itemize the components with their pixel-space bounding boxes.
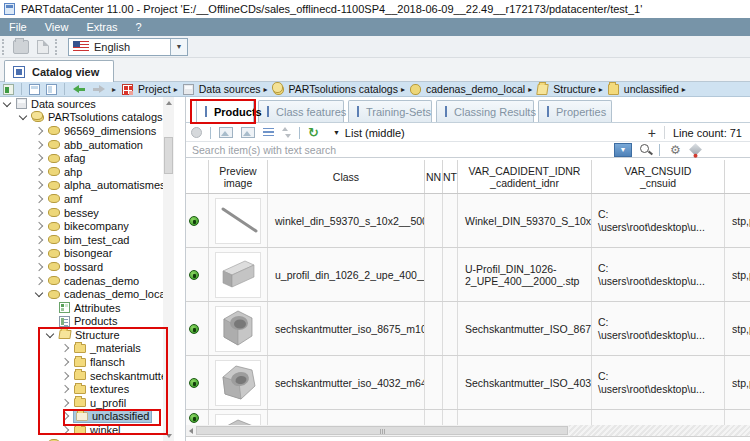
chevron-down-icon[interactable] xyxy=(46,330,54,338)
chevron-right-icon[interactable] xyxy=(35,195,43,203)
table-row[interactable]: winkel_din_59370_s_10x2__500_.stp.prj Wi… xyxy=(186,194,750,248)
tab-products[interactable]: Products xyxy=(196,99,254,123)
column-header-cnsuid[interactable]: VAR_CNSUID_cnsuid xyxy=(592,160,725,193)
chevron-right-icon[interactable] xyxy=(61,344,69,352)
table-horizontal-scrollbar[interactable] xyxy=(186,425,750,436)
chevron-down-icon[interactable] xyxy=(19,112,27,120)
export-image-icon[interactable] xyxy=(219,127,233,138)
column-header-nn[interactable]: NN xyxy=(425,160,443,193)
breadcrumb-item-unclassified[interactable]: unclassified▸ xyxy=(605,83,688,95)
menu-view[interactable]: View xyxy=(36,18,78,36)
chevron-right-icon[interactable] xyxy=(35,222,43,230)
chevron-right-icon[interactable] xyxy=(35,249,43,257)
chevron-down-icon[interactable] xyxy=(35,289,43,297)
tree-item-materials[interactable]: _materials xyxy=(0,342,163,356)
open-project-icon[interactable] xyxy=(13,40,29,54)
search-dropdown-button[interactable]: ▼ xyxy=(614,143,632,157)
table-row[interactable]: u_profil_din_1026_2_upe_400__2000_.stp.p… xyxy=(186,248,750,302)
tree-item-afag[interactable]: afag xyxy=(0,151,163,165)
chevron-right-icon[interactable] xyxy=(61,358,69,366)
tree-scrollbar-thumb[interactable] xyxy=(164,137,173,174)
chevron-right-icon[interactable] xyxy=(35,140,43,148)
chevron-right-icon[interactable] xyxy=(35,181,43,189)
scroll-down-icon[interactable] xyxy=(163,430,174,441)
breadcrumb-item-project[interactable]: Project▸ xyxy=(119,83,180,95)
tab-training-sets[interactable]: Training-Sets xyxy=(348,100,432,122)
chevron-right-icon[interactable] xyxy=(35,168,43,176)
tree-item-bim-test-cad[interactable]: bim_test_cad xyxy=(0,233,163,247)
refresh-icon[interactable]: ↻ xyxy=(308,127,319,138)
chevron-right-icon[interactable] xyxy=(61,371,69,379)
tree-item-bossard[interactable]: bossard xyxy=(0,260,163,274)
tree-item-cadenas-demo-local[interactable]: cadenas_demo_local xyxy=(0,287,163,301)
chevron-right-icon[interactable] xyxy=(61,385,69,393)
breadcrumb-caret[interactable]: ▸ xyxy=(112,85,116,94)
classify-icon[interactable] xyxy=(191,127,202,138)
table-row[interactable]: sechskantmutter_iso_8675_m10x1.stp.prj S… xyxy=(186,302,750,356)
back-arrow-icon[interactable] xyxy=(72,85,86,94)
table-row-partial[interactable] xyxy=(186,410,750,425)
chevron-right-icon[interactable] xyxy=(35,208,43,216)
single-pane-icon[interactable] xyxy=(29,84,40,95)
tab-catalog-view[interactable]: Catalog view xyxy=(4,60,114,82)
breadcrumb-item-cadenas-demo-local[interactable]: cadenas_demo_local▸ xyxy=(407,83,534,95)
tree-item-ahp[interactable]: ahp xyxy=(0,165,163,179)
tree-item-attributes[interactable]: Attributes xyxy=(0,301,163,315)
tree-item-partsolutions-catalogs[interactable]: PARTsolutions catalogs xyxy=(0,111,163,125)
menu-help[interactable]: ? xyxy=(127,18,151,36)
view-mode-label[interactable]: List (middle) xyxy=(345,127,405,139)
tree-item-96569-dimensions[interactable]: 96569_dimensions xyxy=(0,124,163,138)
chevron-right-icon[interactable] xyxy=(35,263,43,271)
scroll-up-icon[interactable] xyxy=(163,97,174,108)
chevron-right-icon[interactable] xyxy=(61,412,69,420)
tree-item-flansch[interactable]: flansch xyxy=(0,355,163,369)
language-dropdown-button[interactable]: ▼ xyxy=(170,39,187,55)
tree-item-alpha-automatismes[interactable]: alpha_automatismes xyxy=(0,179,163,193)
column-header-formats[interactable] xyxy=(725,160,750,193)
tree-item-winkel[interactable]: winkel xyxy=(0,423,163,437)
column-header-lock[interactable] xyxy=(186,160,209,193)
tree-item-structure[interactable]: Structure xyxy=(0,328,163,342)
table-row[interactable]: sechskantmutter_iso_4032_m64.stp.prj Sec… xyxy=(186,356,750,410)
language-select[interactable]: English ▼ xyxy=(68,38,188,56)
search-input[interactable] xyxy=(186,142,614,157)
tree-item-sechskantmutter[interactable]: sechskantmutter xyxy=(0,369,163,383)
chevron-down-icon[interactable] xyxy=(3,99,11,107)
import-image-icon[interactable] xyxy=(241,127,255,138)
breadcrumb-item-partsolutions-catalogs[interactable]: PARTsolutions catalogs▸ xyxy=(270,83,407,95)
sort-icon[interactable] xyxy=(282,127,291,138)
tree-item-u-profil[interactable]: u_profil xyxy=(0,396,163,410)
chevron-right-icon[interactable] xyxy=(61,426,69,434)
tree-item-bessey[interactable]: bessey xyxy=(0,206,163,220)
chevron-right-icon[interactable] xyxy=(35,276,43,284)
scrollbar-thumb[interactable] xyxy=(196,426,568,435)
tree-scrollbar[interactable] xyxy=(163,97,174,441)
view-mode-caret-icon[interactable]: ▼ xyxy=(333,129,340,136)
scrollbar-track[interactable] xyxy=(569,425,750,436)
column-header-preview[interactable]: Preview image xyxy=(209,160,268,193)
tab-properties[interactable]: Properties xyxy=(538,100,612,122)
menu-extras[interactable]: Extras xyxy=(77,18,126,36)
chevron-right-icon[interactable] xyxy=(61,399,69,407)
breadcrumb-item-data-sources[interactable]: Data sources▸ xyxy=(180,83,270,95)
toggle-tree-icon[interactable] xyxy=(3,84,14,95)
split-pane-icon[interactable] xyxy=(46,84,57,95)
chevron-right-icon[interactable] xyxy=(35,235,43,243)
chevron-right-icon[interactable] xyxy=(35,154,43,162)
tree-item-textures[interactable]: textures xyxy=(0,382,163,396)
tree-item-abb-automation[interactable]: abb_automation xyxy=(0,138,163,152)
filter-icon[interactable] xyxy=(689,143,702,156)
list-view-icon[interactable] xyxy=(263,128,274,137)
gear-icon[interactable]: ⚙ xyxy=(670,143,681,157)
tree-item-cadenas-demo[interactable]: cadenas_demo xyxy=(0,274,163,288)
menu-file[interactable]: File xyxy=(0,18,36,36)
forward-arrow-icon[interactable] xyxy=(92,85,106,94)
tab-classing-results[interactable]: Classing Results xyxy=(436,100,534,122)
tree-item-partial[interactable] xyxy=(0,437,163,441)
tab-class-features[interactable]: Class features xyxy=(258,100,344,122)
column-header-nt[interactable]: NT xyxy=(443,160,458,193)
column-header-cadident[interactable]: VAR_CADIDENT_IDNR_cadident_idnr xyxy=(458,160,592,193)
tree-item-data-sources[interactable]: Data sources xyxy=(0,97,163,111)
new-project-icon[interactable] xyxy=(37,40,49,54)
chevron-right-icon[interactable] xyxy=(35,127,43,135)
